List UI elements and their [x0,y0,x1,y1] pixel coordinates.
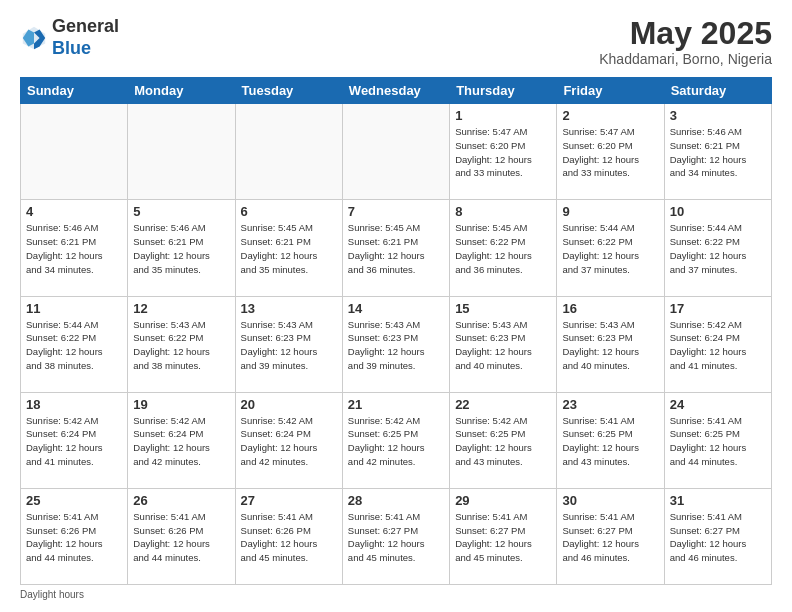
calendar-day-cell: 7Sunrise: 5:45 AM Sunset: 6:21 PM Daylig… [342,200,449,296]
logo-icon [20,24,48,52]
calendar-day-cell: 9Sunrise: 5:44 AM Sunset: 6:22 PM Daylig… [557,200,664,296]
day-info: Sunrise: 5:42 AM Sunset: 6:24 PM Dayligh… [670,318,766,373]
calendar-day-header: Tuesday [235,78,342,104]
calendar-day-cell: 28Sunrise: 5:41 AM Sunset: 6:27 PM Dayli… [342,488,449,584]
calendar-day-cell: 29Sunrise: 5:41 AM Sunset: 6:27 PM Dayli… [450,488,557,584]
calendar-day-cell [128,104,235,200]
calendar-day-cell: 24Sunrise: 5:41 AM Sunset: 6:25 PM Dayli… [664,392,771,488]
calendar-day-cell: 13Sunrise: 5:43 AM Sunset: 6:23 PM Dayli… [235,296,342,392]
calendar-day-cell: 19Sunrise: 5:42 AM Sunset: 6:24 PM Dayli… [128,392,235,488]
calendar-day-cell: 3Sunrise: 5:46 AM Sunset: 6:21 PM Daylig… [664,104,771,200]
day-info: Sunrise: 5:44 AM Sunset: 6:22 PM Dayligh… [670,221,766,276]
calendar-day-cell: 22Sunrise: 5:42 AM Sunset: 6:25 PM Dayli… [450,392,557,488]
calendar-day-header: Friday [557,78,664,104]
day-number: 12 [133,301,229,316]
day-info: Sunrise: 5:43 AM Sunset: 6:23 PM Dayligh… [348,318,444,373]
calendar-day-cell: 6Sunrise: 5:45 AM Sunset: 6:21 PM Daylig… [235,200,342,296]
day-number: 27 [241,493,337,508]
day-info: Sunrise: 5:44 AM Sunset: 6:22 PM Dayligh… [26,318,122,373]
day-info: Sunrise: 5:43 AM Sunset: 6:23 PM Dayligh… [241,318,337,373]
day-info: Sunrise: 5:44 AM Sunset: 6:22 PM Dayligh… [562,221,658,276]
calendar-day-cell: 5Sunrise: 5:46 AM Sunset: 6:21 PM Daylig… [128,200,235,296]
day-info: Sunrise: 5:45 AM Sunset: 6:22 PM Dayligh… [455,221,551,276]
day-number: 19 [133,397,229,412]
day-info: Sunrise: 5:41 AM Sunset: 6:26 PM Dayligh… [241,510,337,565]
calendar-day-cell: 8Sunrise: 5:45 AM Sunset: 6:22 PM Daylig… [450,200,557,296]
day-info: Sunrise: 5:46 AM Sunset: 6:21 PM Dayligh… [670,125,766,180]
day-info: Sunrise: 5:46 AM Sunset: 6:21 PM Dayligh… [133,221,229,276]
day-number: 2 [562,108,658,123]
day-number: 29 [455,493,551,508]
day-number: 11 [26,301,122,316]
logo-blue: Blue [52,38,91,58]
calendar-day-cell: 14Sunrise: 5:43 AM Sunset: 6:23 PM Dayli… [342,296,449,392]
calendar-day-header: Sunday [21,78,128,104]
calendar-day-cell: 11Sunrise: 5:44 AM Sunset: 6:22 PM Dayli… [21,296,128,392]
day-number: 21 [348,397,444,412]
day-info: Sunrise: 5:45 AM Sunset: 6:21 PM Dayligh… [348,221,444,276]
day-number: 10 [670,204,766,219]
day-info: Sunrise: 5:42 AM Sunset: 6:24 PM Dayligh… [26,414,122,469]
calendar-day-header: Thursday [450,78,557,104]
day-info: Sunrise: 5:47 AM Sunset: 6:20 PM Dayligh… [562,125,658,180]
day-number: 7 [348,204,444,219]
calendar-day-cell: 17Sunrise: 5:42 AM Sunset: 6:24 PM Dayli… [664,296,771,392]
calendar-day-cell: 31Sunrise: 5:41 AM Sunset: 6:27 PM Dayli… [664,488,771,584]
day-number: 13 [241,301,337,316]
header: General Blue May 2025 Khaddamari, Borno,… [20,16,772,67]
calendar-day-header: Monday [128,78,235,104]
day-number: 3 [670,108,766,123]
day-number: 16 [562,301,658,316]
day-number: 30 [562,493,658,508]
day-number: 1 [455,108,551,123]
day-number: 17 [670,301,766,316]
calendar-day-cell: 15Sunrise: 5:43 AM Sunset: 6:23 PM Dayli… [450,296,557,392]
calendar-day-cell: 1Sunrise: 5:47 AM Sunset: 6:20 PM Daylig… [450,104,557,200]
day-info: Sunrise: 5:43 AM Sunset: 6:22 PM Dayligh… [133,318,229,373]
day-info: Sunrise: 5:41 AM Sunset: 6:27 PM Dayligh… [455,510,551,565]
calendar-week-row: 25Sunrise: 5:41 AM Sunset: 6:26 PM Dayli… [21,488,772,584]
day-info: Sunrise: 5:42 AM Sunset: 6:25 PM Dayligh… [455,414,551,469]
calendar-day-cell: 25Sunrise: 5:41 AM Sunset: 6:26 PM Dayli… [21,488,128,584]
calendar-week-row: 4Sunrise: 5:46 AM Sunset: 6:21 PM Daylig… [21,200,772,296]
calendar-day-header: Saturday [664,78,771,104]
day-info: Sunrise: 5:45 AM Sunset: 6:21 PM Dayligh… [241,221,337,276]
day-info: Sunrise: 5:41 AM Sunset: 6:25 PM Dayligh… [562,414,658,469]
day-number: 9 [562,204,658,219]
day-number: 28 [348,493,444,508]
calendar-day-cell [21,104,128,200]
month-title: May 2025 [599,16,772,51]
calendar-day-cell: 21Sunrise: 5:42 AM Sunset: 6:25 PM Dayli… [342,392,449,488]
day-info: Sunrise: 5:42 AM Sunset: 6:25 PM Dayligh… [348,414,444,469]
page: General Blue May 2025 Khaddamari, Borno,… [0,0,792,612]
day-number: 4 [26,204,122,219]
calendar-day-cell: 12Sunrise: 5:43 AM Sunset: 6:22 PM Dayli… [128,296,235,392]
calendar-week-row: 18Sunrise: 5:42 AM Sunset: 6:24 PM Dayli… [21,392,772,488]
calendar-day-cell: 10Sunrise: 5:44 AM Sunset: 6:22 PM Dayli… [664,200,771,296]
logo-general: General [52,16,119,36]
day-info: Sunrise: 5:43 AM Sunset: 6:23 PM Dayligh… [562,318,658,373]
calendar-day-cell: 20Sunrise: 5:42 AM Sunset: 6:24 PM Dayli… [235,392,342,488]
day-info: Sunrise: 5:41 AM Sunset: 6:25 PM Dayligh… [670,414,766,469]
calendar-week-row: 1Sunrise: 5:47 AM Sunset: 6:20 PM Daylig… [21,104,772,200]
calendar: SundayMondayTuesdayWednesdayThursdayFrid… [20,77,772,585]
day-number: 8 [455,204,551,219]
day-number: 25 [26,493,122,508]
calendar-day-cell: 18Sunrise: 5:42 AM Sunset: 6:24 PM Dayli… [21,392,128,488]
calendar-day-cell: 4Sunrise: 5:46 AM Sunset: 6:21 PM Daylig… [21,200,128,296]
day-number: 14 [348,301,444,316]
title-block: May 2025 Khaddamari, Borno, Nigeria [599,16,772,67]
calendar-day-cell: 23Sunrise: 5:41 AM Sunset: 6:25 PM Dayli… [557,392,664,488]
calendar-day-cell: 16Sunrise: 5:43 AM Sunset: 6:23 PM Dayli… [557,296,664,392]
day-info: Sunrise: 5:42 AM Sunset: 6:24 PM Dayligh… [133,414,229,469]
day-info: Sunrise: 5:41 AM Sunset: 6:26 PM Dayligh… [133,510,229,565]
calendar-day-cell [235,104,342,200]
calendar-day-cell [342,104,449,200]
day-number: 15 [455,301,551,316]
day-number: 6 [241,204,337,219]
daylight-hours-label: Daylight hours [20,589,84,600]
day-number: 20 [241,397,337,412]
day-number: 26 [133,493,229,508]
calendar-day-cell: 27Sunrise: 5:41 AM Sunset: 6:26 PM Dayli… [235,488,342,584]
calendar-day-header: Wednesday [342,78,449,104]
